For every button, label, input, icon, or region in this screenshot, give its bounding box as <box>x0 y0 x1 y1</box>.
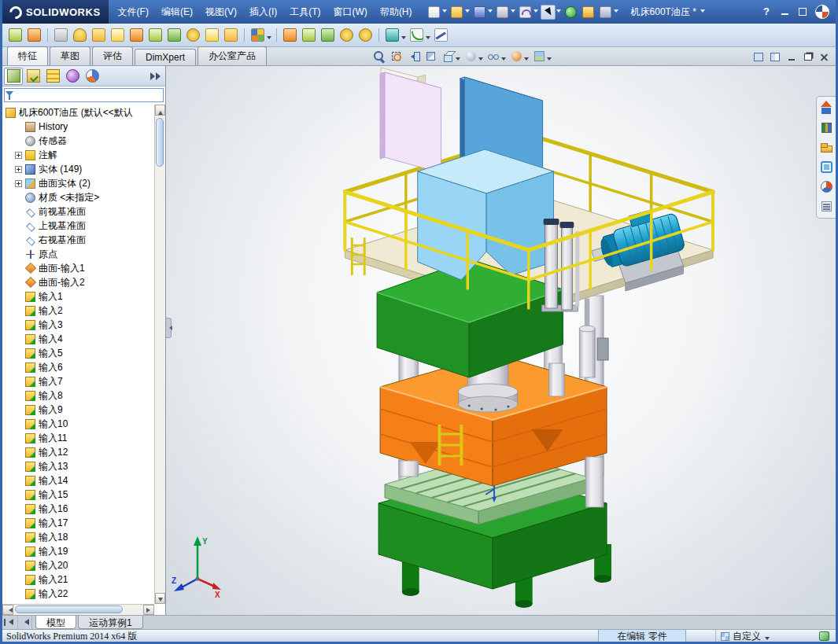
separator[interactable] <box>45 27 50 43</box>
doc-gray-icon[interactable] <box>53 27 69 43</box>
tree-item[interactable]: History <box>2 120 154 134</box>
grid-yellow-icon[interactable] <box>185 27 201 43</box>
save-icon[interactable] <box>472 5 493 20</box>
hide-show-items-icon[interactable] <box>487 50 506 63</box>
spline-green-icon[interactable] <box>408 27 430 43</box>
folder-doc-icon[interactable] <box>147 27 164 43</box>
doc-minimize-icon[interactable] <box>784 51 798 63</box>
command-tab[interactable]: 草图 <box>50 46 90 65</box>
folder-yellow-icon[interactable] <box>90 27 107 43</box>
menu-item[interactable]: 帮助(H) <box>374 2 419 22</box>
zoom-fit-icon[interactable] <box>372 50 386 63</box>
separator[interactable] <box>242 27 247 43</box>
help-icon[interactable] <box>760 6 773 18</box>
tree-item[interactable]: 输入12 <box>2 445 154 459</box>
scrollbar-thumb[interactable] <box>156 118 164 167</box>
tree-item[interactable]: 实体 (149) <box>2 162 154 176</box>
design-library-icon[interactable] <box>818 120 835 136</box>
doc-yellow2-icon[interactable] <box>204 27 220 43</box>
tree-item[interactable]: 输入20 <box>2 558 154 572</box>
tree-filter-input[interactable] <box>16 90 163 101</box>
panel-splitter[interactable] <box>166 318 172 338</box>
tree-item[interactable]: 输入22 <box>2 587 154 601</box>
folder-green-icon[interactable] <box>166 27 183 43</box>
hydraulic-press-3d-model[interactable] <box>166 66 836 615</box>
tree-expander-icon[interactable] <box>15 166 22 173</box>
propertymanager-tab[interactable] <box>24 68 42 85</box>
tree-item[interactable]: 机床600T油压 (默认<<默认 <box>2 105 154 120</box>
open-icon[interactable] <box>449 5 470 20</box>
study-tab[interactable]: 运动算例1 <box>78 616 143 629</box>
h-scrollbar-thumb[interactable] <box>15 605 123 613</box>
tree-item[interactable]: 输入15 <box>2 488 154 502</box>
menu-item[interactable]: 视图(V) <box>199 2 243 22</box>
pen-line-icon[interactable] <box>433 27 449 43</box>
undo-icon[interactable] <box>518 5 538 20</box>
tab-scroll-start-icon[interactable] <box>2 616 18 629</box>
orientation-triad[interactable]: Y Z X <box>171 532 226 598</box>
command-tab[interactable]: 特征 <box>7 46 48 65</box>
command-tab[interactable]: 办公室产品 <box>198 46 267 65</box>
solidworks-resources-icon[interactable] <box>818 100 835 116</box>
check-teal-icon[interactable] <box>384 27 406 43</box>
select-icon[interactable] <box>541 5 561 20</box>
tree-item[interactable]: 原点 <box>2 247 154 261</box>
tree-item[interactable]: 输入14 <box>2 473 154 488</box>
scroll-up-icon[interactable] <box>155 105 165 116</box>
pink-panel[interactable] <box>380 72 441 173</box>
tree-item[interactable]: 材质 <未指定> <box>2 190 154 204</box>
apply-scene-icon[interactable] <box>533 50 552 63</box>
tree-item[interactable]: 输入13 <box>2 459 154 473</box>
pencil-doc-icon[interactable] <box>223 27 239 43</box>
tree-item[interactable]: 曲面-输入2 <box>2 275 154 289</box>
rebuild-icon[interactable] <box>563 5 578 20</box>
previous-view-icon[interactable] <box>407 50 420 63</box>
file-explorer-icon[interactable] <box>818 139 835 156</box>
doc-export-icon[interactable] <box>282 27 298 43</box>
appearances-icon[interactable] <box>818 178 835 195</box>
tree-expander-icon[interactable] <box>15 180 22 187</box>
tree-item[interactable]: 输入3 <box>2 318 154 332</box>
pane-split-icon[interactable] <box>751 51 765 63</box>
tree-item[interactable]: 输入21 <box>2 572 154 587</box>
solidworks-web-icon[interactable] <box>815 5 829 19</box>
scroll-down-icon[interactable] <box>155 593 165 604</box>
minimize-button[interactable] <box>781 7 790 17</box>
tree-item[interactable]: 输入1 <box>2 289 154 304</box>
status-tag-icon[interactable] <box>819 631 829 641</box>
tree-item[interactable]: 输入11 <box>2 431 154 445</box>
menu-item[interactable]: 插入(I) <box>243 2 283 22</box>
bell-icon[interactable] <box>72 27 88 43</box>
filter-icon[interactable] <box>5 90 16 101</box>
separator[interactable] <box>274 27 279 43</box>
tab-scroll-left-icon[interactable] <box>18 616 32 629</box>
tree-scrollbar[interactable] <box>154 105 165 604</box>
tree-item[interactable]: 曲面实体 (2) <box>2 176 154 190</box>
command-tab[interactable]: 评估 <box>92 46 133 65</box>
options-icon[interactable] <box>598 5 618 20</box>
featuremanager-tab[interactable] <box>4 68 23 85</box>
study-tab[interactable]: 模型 <box>35 616 76 629</box>
tree-expander-icon[interactable] <box>15 152 22 159</box>
zoom-area-icon[interactable] <box>389 50 403 63</box>
tree-item[interactable]: 右视基准面 <box>2 233 154 247</box>
tree-item[interactable]: 输入5 <box>2 346 154 360</box>
box-orange-icon[interactable] <box>128 27 145 43</box>
tree-item[interactable]: 前视基准面 <box>2 204 154 219</box>
tree-item[interactable]: 输入4 <box>2 332 154 346</box>
expand-panel-icon[interactable] <box>150 72 161 80</box>
menu-item[interactable]: 工具(T) <box>283 2 327 22</box>
status-customize[interactable]: 自定义 <box>715 630 774 642</box>
command-tab[interactable]: DimXpert <box>135 49 196 65</box>
display-style-icon[interactable] <box>464 50 483 63</box>
menu-item[interactable]: 文件(F) <box>112 2 155 22</box>
tree-item[interactable]: 输入10 <box>2 417 154 431</box>
doc-close-icon[interactable] <box>818 51 831 63</box>
tree-item[interactable]: 输入19 <box>2 544 154 558</box>
tree-item[interactable]: 输入7 <box>2 374 154 388</box>
tree-item[interactable]: 输入18 <box>2 530 154 544</box>
coins-icon[interactable] <box>357 27 374 43</box>
coin-icon[interactable] <box>338 27 355 43</box>
folder-green2-icon[interactable] <box>319 27 336 43</box>
doc-edit-icon[interactable] <box>7 27 24 43</box>
